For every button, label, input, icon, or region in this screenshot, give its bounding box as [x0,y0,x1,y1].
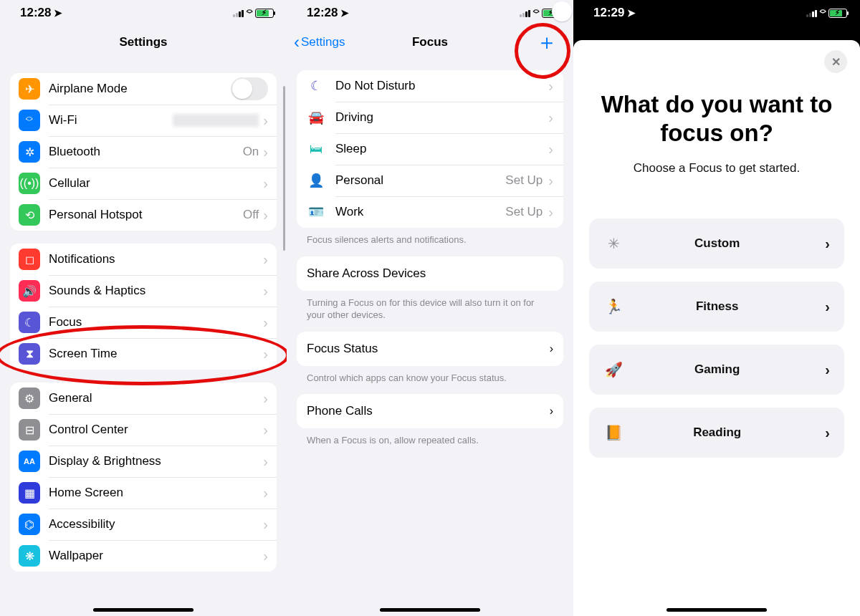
row-label: Airplane Mode [49,82,231,96]
screen-time-icon: ⧗ [19,343,40,365]
focus-status-group: Focus Status › [297,332,563,366]
signal-icon [520,9,530,17]
option-label: Custom [619,236,815,251]
row-label: Control Center [49,423,263,437]
clock: 12:28 [20,6,51,20]
focus-row-sleep[interactable]: 🛏Sleep› [297,133,563,165]
row-label: Screen Time [49,347,263,361]
option-label: Fitness [619,299,815,314]
bluetooth-icon: ✲ [19,141,40,163]
row-label: Wallpaper [49,549,263,563]
close-button[interactable]: ✕ [824,50,847,73]
home-indicator[interactable] [666,608,767,612]
focus-option-gaming[interactable]: 🚀Gaming› [589,345,844,395]
airplane-mode-icon: ✈︎ [19,78,40,100]
chevron-right-icon: › [263,112,268,129]
row-detail: Off [243,208,259,222]
chevron-right-icon: › [263,144,268,160]
signal-icon [806,9,817,17]
footer-text: When a Focus is on, allow repeated calls… [287,428,573,447]
settings-row-wallpaper[interactable]: ❋Wallpaper› [10,540,277,572]
control-center-icon: ⊟ [19,419,40,441]
focus-option-custom[interactable]: ✳︎Custom› [589,218,844,269]
focus-option-fitness[interactable]: 🏃Fitness› [589,281,844,332]
row-detail: On [243,145,259,159]
chevron-right-icon: › [263,251,268,268]
focus-status-row[interactable]: Focus Status › [297,332,563,366]
option-label: Gaming [619,362,815,377]
status-bar: 12:28 ➤ ⌔ ⚡︎ [0,0,287,24]
chevron-right-icon: › [263,207,268,223]
chevron-right-icon: › [263,548,268,564]
settings-row-focus[interactable]: ☾Focus› [10,307,277,338]
signal-icon [233,9,244,17]
focus-row-work[interactable]: 🪪WorkSet Up› [297,196,563,228]
row-label: Display & Brightness [49,454,263,468]
row-detail: Set Up [505,205,543,219]
location-icon: ➤ [340,7,349,19]
footer-text: Turning a Focus on for this device will … [287,291,573,322]
chevron-right-icon: › [548,204,553,221]
settings-row-home-screen[interactable]: ▦Home Screen› [10,477,277,509]
share-group: Share Across Devices [297,256,563,291]
notifications-icon: ◻︎ [19,249,40,270]
home-indicator[interactable] [380,608,480,612]
share-across-devices-row[interactable]: Share Across Devices [297,256,563,291]
focus-row-personal[interactable]: 👤PersonalSet Up› [297,165,563,196]
row-label: Bluetooth [49,145,243,159]
chevron-right-icon: › [263,516,268,533]
chevron-right-icon: › [263,453,268,470]
share-label: Share Across Devices [307,266,426,281]
chevron-right-icon: › [825,425,830,441]
settings-row-personal-hotspot[interactable]: ⟲Personal HotspotOff› [10,199,277,231]
sleep-icon: 🛏 [307,142,325,157]
scrollbar[interactable] [283,86,285,251]
wifi-icon: ⌔ [247,6,252,18]
add-focus-button[interactable]: ＋ [536,32,558,53]
settings-row-screen-time[interactable]: ⧗Screen Time› [10,338,277,370]
settings-row-notifications[interactable]: ◻︎Notifications› [10,244,277,275]
chevron-right-icon: › [263,390,268,407]
phone-calls-row[interactable]: Phone Calls › [297,394,563,428]
phone-calls-group: Phone Calls › [297,394,563,428]
chevron-right-icon: › [263,175,268,192]
focus-row-do-not-disturb[interactable]: ☾Do Not Disturb› [297,70,563,102]
chevron-right-icon: › [825,236,830,252]
chevron-right-icon: › [548,173,553,189]
close-icon: ✕ [831,55,841,69]
row-label: Sounds & Haptics [49,284,263,298]
settings-row-bluetooth[interactable]: ✲BluetoothOn› [10,136,277,168]
focus-icon: ☾ [19,312,40,333]
settings-row-cellular[interactable]: ((•))Cellular› [10,168,277,199]
option-label: Reading [619,425,815,440]
chevron-right-icon: › [263,346,268,362]
row-label: Notifications [49,252,263,266]
work-icon: 🪪 [307,204,325,220]
settings-row-airplane-mode[interactable]: ✈︎Airplane Mode [10,73,277,105]
settings-row-display-brightness[interactable]: AADisplay & Brightness› [10,446,277,477]
focus-modes-group: ☾Do Not Disturb›🚘Driving›🛏Sleep›👤Persona… [297,70,563,228]
screenshot-focus: 12:28 ➤ ⌔ ⚡︎ ‹ Settings Focus ＋ ☾Do Not … [287,0,573,616]
row-label: Personal Hotspot [49,208,243,222]
settings-row-sounds-haptics[interactable]: 🔊Sounds & Haptics› [10,275,277,307]
chevron-right-icon: › [263,283,268,299]
chevron-left-icon: ‹ [294,32,300,52]
focus-option-reading[interactable]: 📙Reading› [589,408,844,458]
settings-row-control-center[interactable]: ⊟Control Center› [10,414,277,446]
page-title: Settings [119,35,167,49]
settings-row-wi-fi[interactable]: ⌔Wi-Fi› [10,105,277,136]
settings-group-connectivity: ✈︎Airplane Mode⌔Wi-Fi›✲BluetoothOn›((•))… [10,73,277,231]
status-bar: 12:28 ➤ ⌔ ⚡︎ [287,0,573,24]
home-indicator[interactable] [93,608,194,612]
settings-row-accessibility[interactable]: ⌬Accessibility› [10,509,277,540]
focus-row-driving[interactable]: 🚘Driving› [297,102,563,133]
row-label: Driving [335,110,548,125]
settings-row-general[interactable]: ⚙︎General› [10,382,277,414]
chevron-right-icon: › [548,110,553,126]
do-not-disturb-icon: ☾ [307,78,325,94]
modal-sheet: ✕ What do you want to focus on? Choose a… [573,40,860,616]
row-detail: Set Up [505,173,543,188]
back-button[interactable]: ‹ Settings [294,32,345,52]
toggle[interactable] [231,77,268,100]
settings-group-notifications: ◻︎Notifications›🔊Sounds & Haptics›☾Focus… [10,244,277,370]
